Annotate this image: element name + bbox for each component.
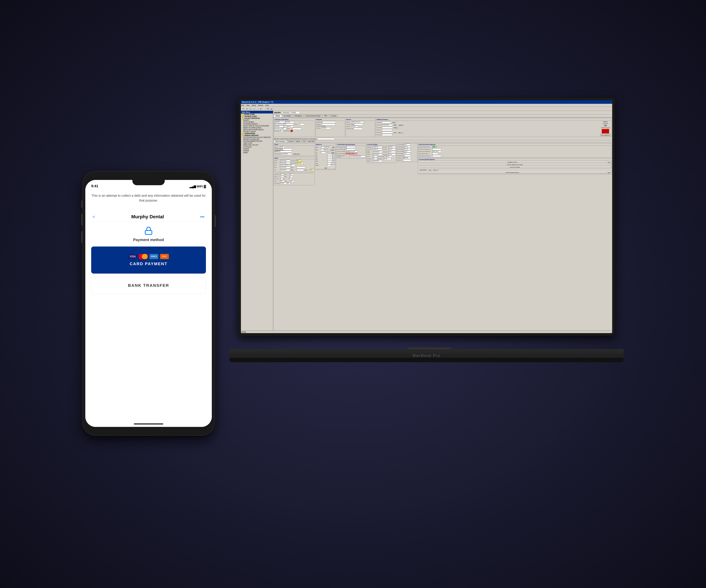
business-input[interactable]: N — [280, 130, 283, 132]
int-due-input[interactable]: $10.16 — [388, 148, 396, 150]
edit-balance-btn[interactable]: Edit — [331, 146, 336, 149]
toolbar-btn-6[interactable]: ⚙ — [259, 107, 262, 110]
last-name-input[interactable]: WOODS — [275, 121, 285, 123]
nav-bureau-label[interactable]: BUREAU SERVICES — [244, 135, 259, 136]
phone-back-button[interactable]: < — [93, 214, 95, 219]
phone5-input[interactable]: 5168994499 — [382, 124, 392, 126]
status-input[interactable]: PN2 — [310, 169, 314, 171]
cf-input[interactable]: R — [289, 178, 292, 180]
nav-time-clock[interactable]: TIME CLOCK — [241, 142, 273, 144]
menu-help[interactable]: Help — [265, 104, 269, 106]
toolbar-btn-4[interactable]: 🔍 — [252, 107, 256, 110]
nav-builder[interactable]: Builder — [241, 152, 273, 154]
state-input[interactable]: UT — [284, 126, 287, 127]
note-date-input[interactable]: 02/02/2016 — [373, 151, 383, 153]
dlp-input[interactable]: 04/24/2019 — [280, 166, 290, 168]
cancel-balance-btn[interactable]: Cancel — [329, 149, 336, 151]
days-60-89-input[interactable]: 372.75 — [404, 148, 410, 150]
gaurant-emp-input[interactable] — [354, 123, 363, 125]
acct-update-input[interactable]: 08/02/2019 — [349, 151, 358, 153]
phone8-input[interactable] — [382, 132, 392, 133]
account-payment-history-button[interactable]: Account Payment History — [419, 172, 606, 173]
license-input[interactable]: 123489 — [322, 127, 331, 129]
tab-aux-debtor[interactable]: Aux Debtor — [282, 115, 293, 117]
days-120-plus-input[interactable]: 0.00 — [403, 153, 410, 155]
address-input[interactable]: 321 SOUTH STREET — [275, 123, 294, 125]
menu-actions[interactable]: Actions — [258, 104, 263, 106]
bank-rem-input[interactable] — [322, 121, 336, 123]
last-report-input[interactable] — [346, 148, 355, 150]
days-11-29-input[interactable]: 0.00 — [404, 144, 410, 146]
nav-in-out-board[interactable]: IN OUT BOARD — [241, 121, 273, 123]
tab-pdc[interactable]: PDC — [322, 115, 329, 117]
toolbar-btn-8[interactable]: 💾 — [266, 107, 270, 110]
nav-quick-view[interactable]: QUICK VIEW OF COLLECTOR WORK — [241, 125, 273, 127]
type-input[interactable]: 1 — [290, 176, 293, 178]
term-input[interactable]: 96 — [373, 156, 377, 158]
vault-button[interactable]: Vault — [316, 167, 336, 169]
aux-button[interactable]: Aux — [393, 131, 397, 134]
toolbar-btn-9[interactable]: 🖨 — [270, 107, 273, 110]
menu-file[interactable]: File — [241, 104, 244, 106]
cmk-button[interactable]: CMK — [391, 121, 396, 124]
dos-input[interactable]: 01/01/2018 — [280, 162, 290, 164]
toolbar-btn-7[interactable]: 📁 — [263, 107, 266, 110]
menu-setup[interactable]: Setup — [252, 104, 256, 106]
orig-bal-input[interactable]: 22500.00 — [373, 146, 382, 148]
clerk-input[interactable]: 77 — [280, 176, 284, 178]
tab-debtor[interactable]: Debtor — [274, 115, 282, 117]
city-input[interactable]: OGDEN — [275, 126, 283, 127]
total-due-input[interactable]: $177.10 — [403, 157, 411, 159]
date-docs-input[interactable]: 08/07/2019 — [432, 151, 441, 153]
nav-payment-clerk[interactable]: PAYMENT CLERK — [244, 116, 257, 117]
nav-begin-vic[interactable]: BEGIN VIC WORK QUEUE — [241, 127, 273, 129]
rec-btn[interactable]: Rec — [606, 171, 611, 174]
tab-remittance[interactable]: Remittance — [293, 115, 304, 117]
nav-inquiry[interactable]: INQUIRY — [241, 119, 273, 121]
doc-requested-input[interactable] — [432, 148, 441, 150]
tot-pnts-input[interactable]: 26450.00 — [373, 148, 382, 150]
bc-input[interactable]: 00 — [290, 180, 294, 182]
first-report-input[interactable] — [347, 146, 355, 148]
comaker-input[interactable] — [382, 121, 391, 123]
s-input[interactable]: 50 — [287, 182, 290, 184]
toolbar-btn-2[interactable]: ➡ — [245, 107, 248, 110]
acc-tab-client-summary[interactable]: Client Summary — [274, 140, 287, 142]
prin-bal-input[interactable]: 166.95 — [388, 146, 396, 148]
phone9-input[interactable] — [382, 134, 392, 136]
dor-input[interactable]: 02/01/2019 — [280, 160, 290, 162]
account-num-input[interactable]: 090 — [297, 160, 301, 162]
days-90-119-input[interactable]: 0.00 — [404, 151, 411, 152]
command-input[interactable] — [317, 138, 335, 140]
remark-input[interactable] — [322, 123, 335, 125]
aux-btn-reports[interactable]: Aux — [428, 169, 432, 171]
score-input[interactable] — [300, 123, 304, 125]
nav-system-admin[interactable]: SYSTEM ADMINISTRATION — [241, 140, 273, 142]
account-full-detail-button[interactable]: Account Full Detail — [419, 166, 611, 168]
client-name-input[interactable]: ACCEPTANCE CORPORATION — [274, 148, 292, 150]
ss-input[interactable]: SS 000-11-1234 — [275, 128, 286, 130]
home-phone-input[interactable]: (801) 222-1111 — [352, 121, 364, 123]
dofp-input[interactable]: 06/13/2018 — [373, 154, 382, 155]
for-input[interactable]: ACCEPTANCE CORP — [280, 164, 295, 166]
zip-input[interactable]: 84414 — [287, 126, 293, 127]
pin-input[interactable]: 31758 — [298, 162, 303, 164]
donp-input[interactable]: 04/20/2019 — [373, 160, 382, 162]
nav-begin-sales[interactable]: BEGIN SALES WORK QUEUE — [241, 129, 273, 131]
date-client-sent-input[interactable] — [432, 155, 441, 157]
action-matrix-button[interactable]: Action Matrix — [419, 169, 427, 171]
nav-entry-clerk[interactable]: ENTRY CLERK — [244, 114, 255, 115]
ed-tr-button[interactable]: Ed. Tr — [398, 131, 403, 134]
susp-part-input[interactable] — [404, 155, 411, 157]
request-doc-input[interactable]: YES — [432, 146, 437, 148]
edit-button-1[interactable]: Edit — [393, 124, 397, 126]
phone-menu-button[interactable]: ••• — [200, 214, 204, 219]
acc-tab-data-vault[interactable]: Data Vault — [307, 140, 316, 142]
acc-tab-suit[interactable]: Suit — [302, 140, 307, 142]
state-regulations-button[interactable]: State Regulations — [600, 134, 611, 136]
coll-fee-input[interactable]: 25.00 — [388, 154, 396, 155]
bank-transfer-button[interactable]: BANK TRANSFER — [91, 277, 206, 294]
first-name-input[interactable]: TYSON — [285, 121, 294, 123]
collector-input[interactable]: 02 — [280, 174, 284, 175]
client-sent-input[interactable] — [432, 153, 438, 155]
